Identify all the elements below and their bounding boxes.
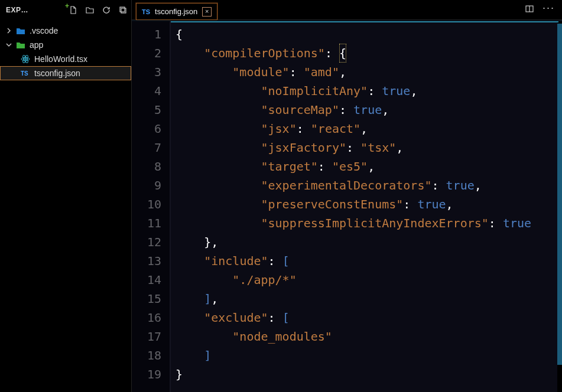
- line-number: 5: [137, 100, 161, 119]
- chevron-down-icon: [6, 42, 12, 48]
- code-line: "jsxFactory": "tsx",: [176, 138, 557, 157]
- collapse-all-icon[interactable]: [118, 5, 128, 15]
- code-line: }: [176, 365, 557, 384]
- code-content[interactable]: { "compilerOptions": { "module": "amd", …: [171, 21, 557, 392]
- code-line: },: [176, 233, 557, 251]
- code-line: "node_modules": [176, 327, 557, 346]
- line-number-gutter: 12345678910111213141516171819: [132, 21, 171, 392]
- line-number: 2: [137, 44, 161, 63]
- code-line: ],: [176, 289, 557, 308]
- file-tree: .vscode app HelloWorld.tsx: [0, 20, 131, 80]
- code-line: "sourceMap": true,: [176, 100, 557, 119]
- tree-file-hello[interactable]: HelloWorld.tsx: [0, 52, 131, 66]
- close-tab-button[interactable]: ×: [202, 7, 212, 17]
- new-file-icon[interactable]: +: [69, 5, 78, 15]
- line-number: 16: [137, 308, 161, 327]
- line-number: 14: [137, 270, 161, 289]
- svg-rect-0: [120, 7, 125, 12]
- code-line: "suppressImplicitAnyIndexErrors": true: [176, 214, 557, 233]
- code-line: "jsx": "react",: [176, 119, 557, 138]
- svg-rect-1: [121, 8, 126, 13]
- explorer-title: EXP…: [6, 6, 69, 14]
- folder-app-icon: [15, 40, 26, 50]
- code-line: {: [176, 25, 557, 44]
- svg-point-2: [25, 58, 27, 60]
- tsconfig-file-icon: TS: [20, 68, 31, 79]
- line-number: 3: [137, 63, 161, 81]
- more-actions-icon[interactable]: ···: [542, 2, 555, 14]
- tab-label: tsconfig.json: [155, 7, 197, 16]
- split-editor-icon[interactable]: [525, 4, 534, 15]
- tab-tsconfig[interactable]: TS tsconfig.json ×: [135, 2, 218, 20]
- svg-text:TS: TS: [21, 70, 28, 77]
- new-folder-icon[interactable]: [85, 5, 95, 15]
- code-line: "compilerOptions": {: [176, 44, 557, 63]
- line-number: 4: [137, 81, 161, 100]
- line-number: 11: [137, 214, 161, 233]
- react-file-icon: [20, 54, 31, 64]
- line-number: 7: [137, 138, 161, 157]
- line-number: 17: [137, 327, 161, 346]
- code-line: "./app/*": [176, 270, 557, 289]
- editor-area: TS tsconfig.json × ··· 12345678910111213…: [132, 0, 562, 392]
- explorer-sidebar: EXP… +: [0, 0, 132, 392]
- chevron-right-icon: [6, 28, 12, 34]
- tree-item-label: .vscode: [30, 26, 58, 35]
- line-number: 12: [137, 233, 161, 251]
- tree-folder-vscode[interactable]: .vscode: [0, 24, 131, 38]
- scrollbar-thumb[interactable]: [557, 24, 562, 365]
- line-number: 10: [137, 195, 161, 214]
- line-number: 9: [137, 176, 161, 195]
- code-line: "target": "es5",: [176, 157, 557, 176]
- typescript-badge-icon: TS: [142, 8, 150, 15]
- line-number: 18: [137, 346, 161, 365]
- code-line: "module": "amd",: [176, 63, 557, 81]
- tree-item-label: app: [30, 40, 43, 50]
- line-number: 8: [137, 157, 161, 176]
- line-number: 13: [137, 251, 161, 270]
- code-line: "preserveConstEnums": true,: [176, 195, 557, 214]
- code-line: ]: [176, 346, 557, 365]
- folder-settings-icon: [15, 25, 26, 36]
- explorer-header: EXP… +: [0, 0, 131, 20]
- code-line: "include": [: [176, 251, 557, 270]
- tree-file-tsconfig[interactable]: TS tsconfig.json: [0, 66, 131, 80]
- tree-item-label: HelloWorld.tsx: [34, 54, 87, 64]
- refresh-icon[interactable]: [102, 5, 111, 15]
- code-line: "exclude": [: [176, 308, 557, 327]
- code-line: "experimentalDecorators": true,: [176, 176, 557, 195]
- line-number: 1: [137, 25, 161, 44]
- tree-item-label: tsconfig.json: [34, 68, 80, 78]
- line-number: 6: [137, 119, 161, 138]
- code-editor[interactable]: 12345678910111213141516171819 { "compile…: [132, 20, 562, 392]
- line-number: 15: [137, 289, 161, 308]
- tree-folder-app[interactable]: app: [0, 38, 131, 52]
- vertical-scrollbar[interactable]: [557, 21, 562, 392]
- tab-bar: TS tsconfig.json × ···: [132, 0, 562, 20]
- line-number: 19: [137, 365, 161, 384]
- code-line: "noImplicitAny": true,: [176, 81, 557, 100]
